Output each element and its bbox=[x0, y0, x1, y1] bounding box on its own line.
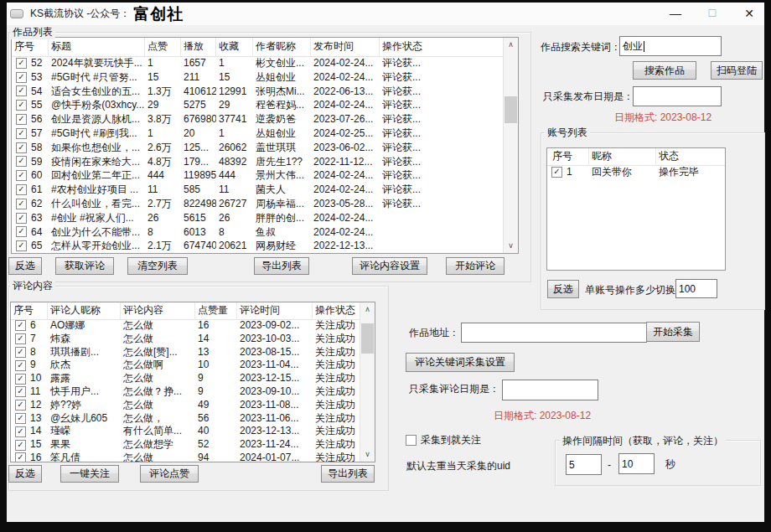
row-checkbox-checked-icon[interactable]: ✓ bbox=[15, 374, 26, 385]
scroll-up-icon[interactable]: ∧ bbox=[360, 303, 375, 316]
row-checkbox-checked-icon[interactable]: ✓ bbox=[16, 85, 27, 96]
works-table-row[interactable]: ✓64 创业为什么不能带... 8 6013 8 鱼叔 2024-02-24..… bbox=[12, 225, 504, 240]
works-col-status[interactable]: 操作状态 bbox=[380, 38, 518, 56]
row-checkbox-checked-icon[interactable]: ✓ bbox=[15, 386, 26, 397]
row-checkbox-checked-icon[interactable]: ✓ bbox=[16, 240, 27, 251]
works-scrollbar-thumb[interactable] bbox=[505, 96, 517, 123]
accounts-col-nick[interactable]: 昵称 bbox=[589, 148, 656, 165]
works-table-row[interactable]: ✓60 回村创业第二年正... 444 119895 444 景州大伟... 2… bbox=[12, 168, 504, 183]
row-checkbox-checked-icon[interactable]: ✓ bbox=[16, 142, 27, 153]
row-checkbox-checked-icon[interactable]: ✓ bbox=[16, 226, 27, 237]
get-comments-button[interactable]: 获取评论 bbox=[55, 257, 114, 275]
row-checkbox-checked-icon[interactable]: ✓ bbox=[15, 426, 26, 437]
works-table-row[interactable]: ✓58 如果你也想创业，... 2.6万 125... 26062 盖世琪琪 2… bbox=[12, 141, 504, 155]
close-icon[interactable]: ✕ bbox=[740, 3, 758, 24]
row-checkbox-checked-icon[interactable]: ✓ bbox=[16, 114, 27, 125]
row-checkbox-checked-icon[interactable]: ✓ bbox=[15, 400, 26, 411]
comments-export-button[interactable]: 导出列表 bbox=[321, 465, 375, 483]
works-col-title[interactable]: 标题 bbox=[49, 38, 145, 56]
comments-table-row[interactable]: ✓10 露露 怎么做 9 2023-12-15... 关注成功 bbox=[11, 372, 360, 385]
checkbox-unchecked-icon[interactable] bbox=[406, 435, 417, 446]
works-export-button[interactable]: 导出列表 bbox=[254, 257, 309, 275]
comments-table-row[interactable]: ✓7 炜森 怎么做 14 2023-10-03... 关注成功 bbox=[11, 333, 360, 346]
works-table-row[interactable]: ✓59 疫情闲在家来给大... 4.8万 179... 48392 唐先生1??… bbox=[12, 155, 504, 169]
comments-table-row[interactable]: ✓13 @幺妹儿605 怎么做， 56 2023-11-06... 关注成功 bbox=[11, 412, 360, 426]
works-table-row[interactable]: ✓54 适合女生创业的五... 1.3万 410612 12991 张明杰Mi.… bbox=[12, 85, 504, 99]
accounts-col-seq[interactable]: 序号 bbox=[547, 148, 589, 165]
works-invert-button[interactable]: 反选 bbox=[8, 257, 42, 275]
works-col-date[interactable]: 发布时间 bbox=[311, 38, 380, 56]
row-checkbox-checked-icon[interactable]: ✓ bbox=[16, 128, 27, 139]
scroll-up-icon[interactable]: ∧ bbox=[504, 39, 518, 51]
works-col-author[interactable]: 作者昵称 bbox=[253, 38, 311, 56]
comments-scrollbar-thumb[interactable] bbox=[361, 323, 374, 354]
comments-invert-button[interactable]: 反选 bbox=[8, 465, 42, 483]
works-table-row[interactable]: ✓62 什么叫创业，看完... 2.7万 822498 26727 周杨幸福..… bbox=[12, 197, 504, 211]
accounts-table-row[interactable]: ✓1 回关带你 操作完毕 bbox=[547, 165, 725, 179]
row-checkbox-checked-icon[interactable]: ✓ bbox=[16, 58, 27, 69]
works-col-seq[interactable]: 序号 bbox=[12, 38, 49, 56]
account-switch-input[interactable]: 100 bbox=[675, 279, 717, 298]
interval-max-input[interactable]: 10 bbox=[618, 453, 655, 474]
row-checkbox-checked-icon[interactable]: ✓ bbox=[16, 156, 27, 167]
row-checkbox-checked-icon[interactable]: ✓ bbox=[16, 72, 27, 83]
like-comments-button[interactable]: 评论点赞 bbox=[140, 465, 199, 483]
works-scrollbar[interactable]: ∧ ∨ bbox=[503, 38, 518, 253]
comments-table-row[interactable]: ✓8 琪琪播剧... 怎么做[赞]... 13 2023-08-15... 关注… bbox=[11, 346, 360, 359]
row-checkbox-checked-icon[interactable]: ✓ bbox=[15, 413, 26, 424]
comments-table-row[interactable]: ✓9 欣杰 怎么做啊 10 2023-11-04... 关注成功 bbox=[11, 359, 360, 372]
keyword-collect-settings-button[interactable]: 评论关键词采集设置 bbox=[406, 353, 515, 372]
row-checkbox-checked-icon[interactable]: ✓ bbox=[15, 452, 26, 462]
accounts-invert-button[interactable]: 反选 bbox=[547, 280, 579, 298]
works-col-plays[interactable]: 播放 bbox=[181, 38, 216, 56]
works-table-row[interactable]: ✓52 2024年就要玩快手... 1 1657 1 彬文创业... 2024-… bbox=[12, 56, 504, 70]
clear-list-button[interactable]: 清空列表 bbox=[127, 257, 188, 275]
comments-col-time[interactable]: 评论时间 bbox=[237, 302, 313, 319]
follow-all-button[interactable]: 一键关注 bbox=[60, 465, 119, 483]
comments-table-row[interactable]: ✓14 瑾嵘 有什么简单... 40 2023-12-13... 关注成功 bbox=[11, 425, 360, 438]
maximize-icon[interactable]: ☐ bbox=[703, 3, 722, 24]
row-checkbox-checked-icon[interactable]: ✓ bbox=[16, 213, 27, 224]
works-table-row[interactable]: ✓65 怎样从零开始创业... 2.1万 674740 20621 网易财经 2… bbox=[12, 239, 504, 253]
works-table-row[interactable]: ✓63 #创业 #祝家人们... 26 5615 26 胖胖的创... 2024… bbox=[12, 211, 504, 225]
comments-col-content[interactable]: 评论内容 bbox=[121, 302, 195, 319]
scroll-down-icon[interactable]: ∨ bbox=[360, 448, 375, 461]
comment-date-input[interactable] bbox=[502, 380, 598, 400]
comments-table-row[interactable]: ✓6 AO娜娜 怎么做 16 2023-09-02... 关注成功 bbox=[11, 319, 360, 333]
works-table-row[interactable]: ✓61 #农村创业好项目 ... 11 585 11 菌夫人 2024-02-2… bbox=[12, 183, 504, 197]
interval-min-input[interactable]: 5 bbox=[566, 454, 602, 475]
minimize-icon[interactable]: — bbox=[666, 3, 685, 24]
row-checkbox-checked-icon[interactable]: ✓ bbox=[16, 170, 27, 181]
qr-login-button[interactable]: 扫码登陆 bbox=[711, 61, 763, 80]
start-comment-button[interactable]: 开始评论 bbox=[446, 257, 505, 275]
start-collect-button[interactable]: 开始采集 bbox=[646, 322, 700, 342]
row-checkbox-checked-icon[interactable]: ✓ bbox=[15, 347, 26, 358]
comments-col-seq[interactable]: 序号 bbox=[11, 302, 48, 319]
comments-table-row[interactable]: ✓16 笨凡倩 怎么做 94 2024-01-07... 关注成功 bbox=[11, 452, 360, 462]
comments-table-row[interactable]: ✓11 快手用户... 怎么做？挣... 9 2023-09-10... 关注成… bbox=[11, 385, 360, 399]
comments-scrollbar[interactable]: ∧ ∨ bbox=[360, 302, 375, 462]
comments-col-nick[interactable]: 评论人昵称 bbox=[48, 302, 121, 319]
row-checkbox-checked-icon[interactable]: ✓ bbox=[15, 360, 26, 371]
works-table-row[interactable]: ✓53 #5G时代 #只管努... 15 211 15 丛姐创业 2024-02… bbox=[12, 70, 504, 85]
comment-content-settings-button[interactable]: 评论内容设置 bbox=[352, 257, 427, 275]
row-checkbox-checked-icon[interactable]: ✓ bbox=[15, 440, 26, 451]
comments-table-row[interactable]: ✓15 果果 怎么做想学 52 2023-11-24... 关注成功 bbox=[11, 438, 360, 452]
works-table-row[interactable]: ✓56 创业是资源人脉机... 3.8万 676980 37741 逆袭奶爸 2… bbox=[12, 112, 504, 127]
comments-table-row[interactable]: ✓12 婷??婷 怎么做 49 2023-11-08... 关注成功 bbox=[11, 399, 360, 412]
row-checkbox-checked-icon[interactable]: ✓ bbox=[16, 184, 27, 195]
works-table-row[interactable]: ✓55 @快手粉条(03xhcy... 29 5275 29 程爸程妈... 2… bbox=[12, 98, 504, 112]
works-col-likes[interactable]: 点赞 bbox=[145, 38, 181, 56]
search-keyword-input[interactable]: 创业 bbox=[619, 36, 722, 56]
comments-col-likes[interactable]: 点赞量 bbox=[195, 302, 237, 319]
works-table-row[interactable]: ✓57 #5G时代 #刷到我... 1 20 1 丛姐创业 2024-02-25… bbox=[12, 127, 504, 141]
scroll-down-icon[interactable]: ∨ bbox=[504, 240, 518, 252]
row-checkbox-checked-icon[interactable]: ✓ bbox=[16, 100, 27, 111]
row-checkbox-checked-icon[interactable]: ✓ bbox=[551, 167, 562, 178]
row-checkbox-checked-icon[interactable]: ✓ bbox=[15, 320, 26, 331]
work-url-input[interactable] bbox=[461, 323, 647, 343]
works-col-favs[interactable]: 收藏 bbox=[216, 38, 253, 56]
row-checkbox-checked-icon[interactable]: ✓ bbox=[16, 199, 27, 209]
publish-date-input[interactable] bbox=[633, 86, 722, 106]
search-works-button[interactable]: 搜索作品 bbox=[633, 61, 696, 80]
